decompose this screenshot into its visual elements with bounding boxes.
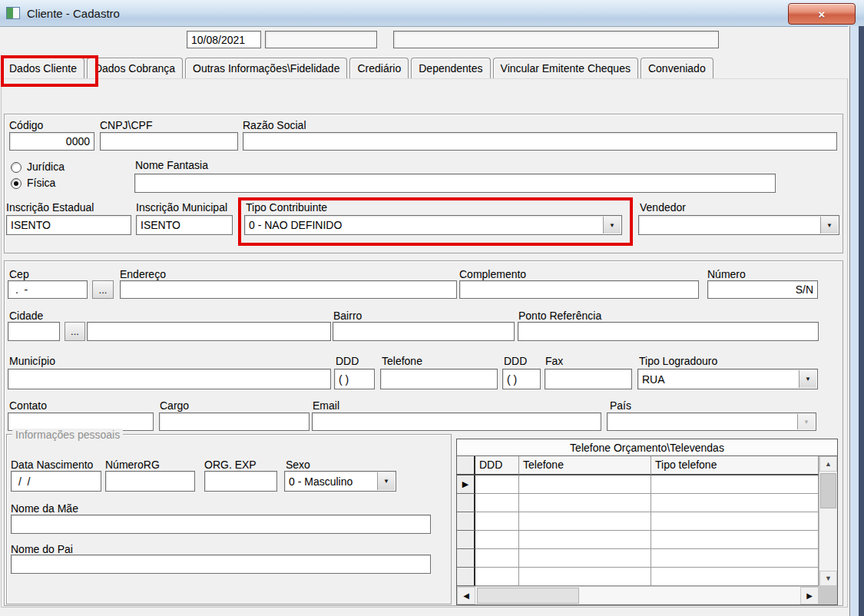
table-cell[interactable] [519, 494, 651, 512]
scroll-right-icon[interactable]: ▶ [800, 587, 819, 604]
table-cell[interactable] [475, 568, 519, 586]
razao-social-field[interactable] [243, 132, 837, 151]
table-cell[interactable] [651, 568, 819, 586]
email-label: Email [313, 399, 339, 412]
cep-field[interactable]: . - [8, 280, 88, 299]
cnpj-cpf-field[interactable] [100, 132, 238, 151]
nome-mae-field[interactable] [11, 515, 431, 534]
header-field-3[interactable] [393, 31, 719, 48]
ddd1-field[interactable]: ( ) [334, 369, 375, 389]
inscricao-municipal-field[interactable]: ISENTO [136, 215, 233, 235]
table-row[interactable] [457, 568, 819, 586]
table-cell[interactable] [651, 549, 819, 568]
nome-fantasia-field[interactable] [134, 174, 776, 193]
table-cell[interactable] [475, 531, 519, 549]
data-nascimento-field[interactable]: / / [11, 471, 101, 492]
table-cell[interactable] [651, 512, 819, 531]
table-cell[interactable] [519, 512, 651, 531]
table-cell[interactable] [519, 568, 651, 586]
tab-dados-cliente[interactable]: Dados Cliente [2, 58, 84, 78]
column-header-telefone[interactable]: Telefone [519, 456, 651, 475]
horizontal-scrollbar[interactable]: ◀ ▶ [457, 586, 819, 604]
tab-dados-cobranca[interactable]: Dados Cobrança [87, 58, 183, 78]
radio-juridica-label: Jurídica [27, 161, 65, 173]
vertical-scrollbar[interactable]: ▲ ▼ [819, 456, 837, 586]
chevron-down-icon[interactable]: ▼ [799, 370, 816, 388]
table-cell[interactable] [651, 531, 819, 549]
column-header-ddd[interactable]: DDD [475, 456, 519, 475]
row-selector[interactable] [457, 568, 475, 586]
column-header-tipo-telefone[interactable]: Tipo telefone [651, 456, 819, 475]
cargo-field[interactable] [159, 412, 310, 431]
tab-conveniado[interactable]: Conveniado [641, 58, 713, 78]
radio-fisica[interactable] [11, 178, 22, 189]
row-selector[interactable] [457, 512, 475, 531]
table-cell[interactable] [519, 549, 651, 568]
table-row[interactable] [457, 512, 819, 531]
org-exp-field[interactable] [204, 471, 277, 492]
numero-rg-field[interactable] [105, 471, 195, 492]
ponto-referencia-field[interactable] [518, 322, 819, 341]
tab-crediario[interactable]: Crediário [349, 58, 409, 78]
cidade-nome-field[interactable] [87, 322, 331, 341]
table-cell[interactable] [475, 475, 519, 494]
pais-select[interactable]: ▼ [607, 412, 816, 431]
table-cell[interactable] [519, 531, 651, 549]
close-button[interactable]: × [788, 3, 856, 25]
header-field-2[interactable] [265, 31, 377, 48]
table-row[interactable] [457, 531, 819, 549]
tab-vincular-emitente-cheques[interactable]: Vincular Emitente Cheques [493, 58, 638, 78]
chevron-down-icon[interactable]: ▼ [797, 414, 815, 429]
numero-field[interactable]: S/N [707, 280, 818, 299]
numero-rg-label: NúmeroRG [105, 459, 160, 471]
tab-dependentes[interactable]: Dependentes [411, 58, 490, 78]
municipio-field[interactable] [8, 369, 331, 389]
tipo-logradouro-select[interactable]: RUA ▼ [637, 369, 818, 389]
chevron-down-icon[interactable]: ▼ [603, 217, 621, 233]
chevron-down-icon[interactable]: ▼ [377, 472, 395, 490]
ddd2-field[interactable]: ( ) [502, 369, 541, 389]
telefone-field[interactable] [380, 369, 498, 389]
table-row[interactable] [457, 494, 819, 512]
scroll-down-icon[interactable]: ▼ [819, 571, 837, 586]
table-cell[interactable] [475, 494, 519, 512]
codigo-field[interactable]: 0000 [9, 132, 94, 151]
table-cell[interactable] [475, 512, 519, 531]
horizontal-scroll-thumb[interactable] [477, 588, 579, 604]
endereco-label: Endereço [120, 268, 166, 280]
table-cell[interactable] [475, 549, 519, 568]
chevron-down-icon[interactable]: ▼ [820, 217, 838, 233]
codigo-label: Código [9, 119, 43, 131]
nome-pai-field[interactable] [11, 555, 431, 574]
table-cell[interactable] [519, 475, 651, 494]
endereco-field[interactable] [120, 280, 457, 299]
cidade-browse-button[interactable]: ... [65, 322, 85, 341]
title-bar[interactable]: Cliente - Cadastro × [0, 0, 864, 27]
cep-browse-button[interactable]: ... [92, 280, 114, 299]
tab-outras-informacoes-fidelidade[interactable]: Outras Informações\Fidelidade [185, 58, 347, 78]
cidade-code-field[interactable] [8, 322, 60, 341]
table-cell[interactable] [651, 494, 819, 512]
tipo-contribuinte-select[interactable]: 0 - NAO DEFINIDO ▼ [244, 215, 622, 235]
row-selector[interactable] [457, 531, 475, 549]
bairro-field[interactable] [333, 322, 515, 341]
table-cell[interactable] [651, 475, 819, 494]
vertical-scroll-thumb[interactable] [820, 473, 836, 508]
radio-juridica[interactable] [11, 162, 22, 173]
inscricao-estadual-field[interactable]: ISENTO [6, 215, 131, 235]
vendedor-select[interactable]: ▼ [638, 215, 839, 235]
cnpj-cpf-label: CNPJ\CPF [100, 119, 152, 131]
table-row[interactable]: ▶ [457, 475, 819, 494]
header-date-field[interactable]: 10/08/2021 [187, 31, 261, 48]
current-row-selector[interactable]: ▶ [457, 475, 475, 494]
org-exp-label: ORG. EXP [204, 459, 257, 471]
row-selector[interactable] [457, 549, 475, 568]
fax-field[interactable] [545, 369, 632, 389]
table-row[interactable] [457, 549, 819, 568]
complemento-field[interactable] [459, 280, 699, 299]
scroll-left-icon[interactable]: ◀ [457, 587, 475, 604]
row-selector[interactable] [457, 494, 475, 512]
email-field[interactable] [312, 412, 601, 431]
sexo-select[interactable]: 0 - Masculino ▼ [284, 471, 396, 492]
scroll-up-icon[interactable]: ▲ [819, 456, 837, 472]
